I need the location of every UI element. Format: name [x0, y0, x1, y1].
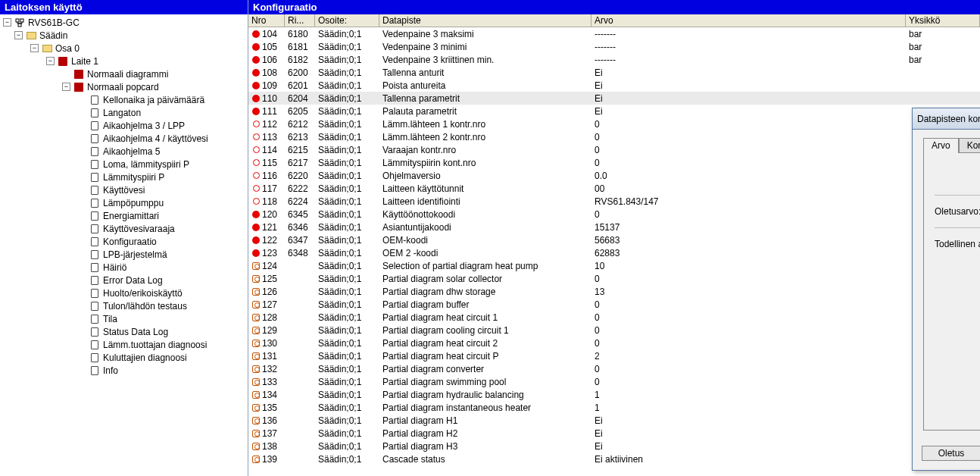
cell-dp: Partial diagram instantaneous heater: [379, 401, 591, 414]
tree-item[interactable]: Häiriö: [3, 261, 245, 274]
table-row[interactable]: 126Säädin;0;1Partial diagram dhw storage…: [248, 285, 980, 298]
page-icon: [89, 353, 100, 362]
table-row[interactable]: 1216346Säädin;0;1Asiantuntijakoodi15137: [248, 221, 980, 233]
table-row[interactable]: 131Säädin;0;1Partial diagram heat circui…: [248, 349, 980, 362]
tree-item[interactable]: Lämmityspiiri P: [3, 171, 245, 183]
collapse-icon[interactable]: −: [3, 18, 11, 27]
cell-ri: 6200: [285, 66, 315, 79]
tree-item[interactable]: −Normaali popcard: [3, 80, 245, 93]
table-row[interactable]: 138Säädin;0;1Partial diagram H3Ei: [248, 440, 980, 453]
cell-dp: Partial diagram solar collector: [379, 272, 591, 285]
tree-item[interactable]: Aikaohjelma 4 / käyttövesi: [3, 132, 245, 145]
table-row[interactable]: 1056181Säädin;0;1Vedenpaine 3 minimi----…: [248, 40, 980, 53]
cell-nro: 110: [262, 93, 277, 104]
tree-item[interactable]: LPB-järjestelmä: [3, 248, 245, 261]
default-button[interactable]: Oletus: [922, 446, 980, 461]
tree-label: LPB-järjestelmä: [103, 249, 167, 260]
table-row[interactable]: 1236348Säädin;0;1OEM 2 -koodi62883: [248, 246, 980, 259]
tab-arvo[interactable]: Arvo: [923, 138, 959, 153]
table-row[interactable]: 1186224Säädin;0;1Laitteen identifiointiR…: [248, 195, 980, 208]
tree-item[interactable]: Langaton: [3, 106, 245, 119]
tree-item[interactable]: Käyttövesi: [3, 183, 245, 196]
table-row[interactable]: 135Säädin;0;1Partial diagram instantaneo…: [248, 401, 980, 414]
table-row[interactable]: 1106204Säädin;0;1Tallenna parametritEi: [248, 92, 980, 105]
table-row[interactable]: 1096201Säädin;0;1Poista antureitaEi: [248, 79, 980, 92]
table-row[interactable]: 1166220Säädin;0;1Ohjelmaversio0.0: [248, 169, 980, 182]
status-icon: [251, 455, 261, 464]
tree-item[interactable]: Info: [3, 364, 245, 377]
tree-item[interactable]: Aikaohjelma 3 / LPP: [3, 119, 245, 132]
cell-os: Säädin;0;1: [315, 143, 379, 156]
grid-body[interactable]: 1046180Säädin;0;1Vedenpaine 3 maksimi---…: [248, 27, 980, 476]
tree-item[interactable]: Käyttövesivaraaja: [3, 222, 245, 235]
tree-item[interactable]: Huolto/erikoiskäyttö: [3, 287, 245, 299]
table-row[interactable]: 127Säädin;0;1Partial diagram buffer0: [248, 298, 980, 311]
col-arvo[interactable]: Arvo: [591, 14, 906, 27]
tree-item-saadin[interactable]: − Säädin: [3, 29, 245, 42]
cell-nro: 118: [262, 196, 277, 207]
table-row[interactable]: 134Säädin;0;1Partial diagram hydraulic b…: [248, 388, 980, 401]
tree-item[interactable]: Kellonaika ja päivämäärä: [3, 93, 245, 106]
tree-item[interactable]: Konfiguraatio: [3, 235, 245, 248]
table-row[interactable]: 1116205Säädin;0;1Palauta parametritEi: [248, 105, 980, 117]
table-row[interactable]: 1156217Säädin;0;1Lämmityspiirin kont.nro…: [248, 156, 980, 169]
tree-item[interactable]: Status Data Log: [3, 325, 245, 338]
collapse-icon[interactable]: −: [30, 44, 39, 52]
page-icon: [89, 276, 100, 285]
tree-item[interactable]: Lämpöpumppu: [3, 196, 245, 209]
tab-komento[interactable]: Komento: [959, 138, 980, 153]
tree-item[interactable]: Tila: [3, 312, 245, 325]
table-row[interactable]: 129Säädin;0;1Partial diagram cooling cir…: [248, 324, 980, 337]
cell-arvo: 15137: [591, 221, 906, 233]
tree-root[interactable]: − RVS61B-GC: [3, 16, 245, 29]
col-yk[interactable]: Yksikkö: [906, 14, 980, 27]
tree-item[interactable]: Lämm.tuottajan diagnoosi: [3, 338, 245, 351]
table-row[interactable]: 132Säädin;0;1Partial diagram converter0: [248, 362, 980, 375]
tree-item[interactable]: Error Data Log: [3, 274, 245, 287]
tree-item-laite1[interactable]: − Laite 1: [3, 55, 245, 67]
cell-os: Säädin;0;1: [315, 349, 379, 362]
tree-item[interactable]: Tulon/lähdön testaus: [3, 299, 245, 312]
table-row[interactable]: 1086200Säädin;0;1Tallenna anturitEi: [248, 66, 980, 79]
dialog-titlebar[interactable]: Datapisteen komento: [913, 108, 980, 130]
table-row[interactable]: 1146215Säädin;0;1Varaajan kontr.nro0: [248, 143, 980, 156]
table-row[interactable]: 1046180Säädin;0;1Vedenpaine 3 maksimi---…: [248, 27, 980, 40]
tree-item[interactable]: Aikaohjelma 5: [3, 145, 245, 158]
tree-item[interactable]: Loma, lämmityspiiri P: [3, 158, 245, 171]
tree-item[interactable]: Energiamittari: [3, 209, 245, 222]
table-row[interactable]: 130Säädin;0;1Partial diagram heat circui…: [248, 337, 980, 349]
table-row[interactable]: 125Säädin;0;1Partial diagram solar colle…: [248, 272, 980, 285]
table-row[interactable]: 128Säädin;0;1Partial diagram heat circui…: [248, 311, 980, 324]
table-row[interactable]: 124Säädin;0;1Selection of partial diagra…: [248, 259, 980, 272]
tree-label: Langaton: [103, 108, 141, 118]
col-nro[interactable]: Nro: [248, 14, 285, 27]
table-row[interactable]: 1066182Säädin;0;1Vedenpaine 3 kriittinen…: [248, 53, 980, 66]
table-row[interactable]: 136Säädin;0;1Partial diagram H1Ei: [248, 414, 980, 427]
tree[interactable]: − RVS61B-GC − Säädin − Osa 0 − Laite 1 N…: [0, 14, 248, 476]
status-icon: [251, 377, 261, 387]
col-os[interactable]: Osoite:: [315, 14, 379, 27]
cell-arvo: 1: [591, 401, 906, 414]
table-row[interactable]: 137Säädin;0;1Partial diagram H2Ei: [248, 427, 980, 440]
tree-item[interactable]: Kuluttajien diagnoosi: [3, 351, 245, 364]
collapse-icon[interactable]: −: [46, 57, 55, 65]
table-row[interactable]: 1126212Säädin;0;1Lämm.lähteen 1 kontr.nr…: [248, 117, 980, 130]
table-row[interactable]: 1136213Säädin;0;1Lämm.lähteen 2 kontr.nr…: [248, 130, 980, 143]
tree-item-osa0[interactable]: − Osa 0: [3, 42, 245, 55]
table-row[interactable]: 1176222Säädin;0;1Laitteen käyttötunnit00: [248, 182, 980, 195]
table-row[interactable]: 139Säädin;0;1Cascade statusEi aktiivinen: [248, 453, 980, 465]
page-icon: [73, 70, 84, 79]
tree-label: Osa 0: [55, 43, 80, 54]
col-ri[interactable]: Ri...: [285, 14, 315, 27]
tree-item[interactable]: Normaali diagrammi: [3, 67, 245, 80]
cell-nro: 133: [262, 377, 277, 387]
tree-label: Info: [103, 365, 118, 376]
table-row[interactable]: 1206345Säädin;0;1Käyttöönottokoodi0: [248, 208, 980, 221]
table-row[interactable]: 133Säädin;0;1Partial diagram swimming po…: [248, 375, 980, 388]
collapse-icon[interactable]: −: [62, 83, 70, 91]
col-dp[interactable]: Datapiste: [379, 14, 591, 27]
table-row[interactable]: 1226347Säädin;0;1OEM-koodi56683: [248, 233, 980, 246]
collapse-icon[interactable]: −: [14, 31, 23, 39]
cell-ri: [285, 324, 315, 337]
datapoint-command-dialog: Datapisteen komento Arvo Komento Tallenn…: [912, 108, 980, 471]
